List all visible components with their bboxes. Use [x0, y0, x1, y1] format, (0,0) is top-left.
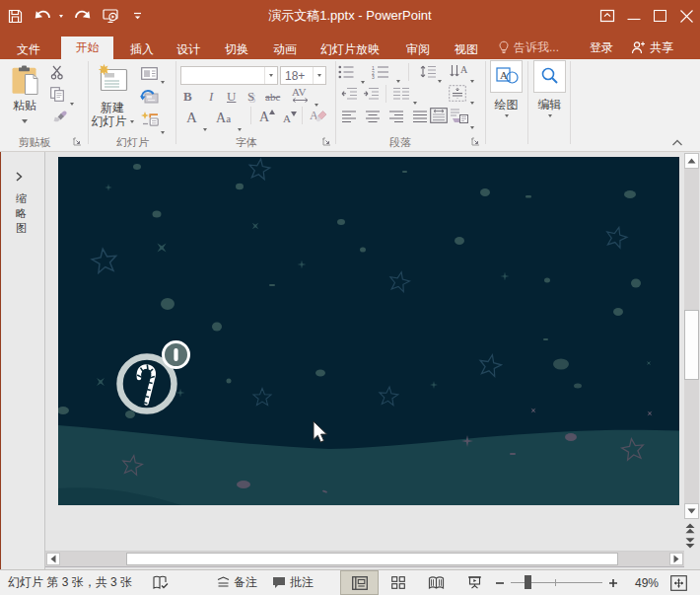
clear-formatting-icon[interactable]: A	[310, 108, 327, 128]
vertical-scrollbar[interactable]	[684, 153, 699, 519]
scroll-down-icon[interactable]	[684, 503, 699, 519]
bold-button[interactable]: B	[183, 89, 192, 105]
tab-animations[interactable]: 动画	[273, 32, 297, 61]
zoom-out-icon[interactable]	[495, 578, 505, 588]
bullets-dropdown-icon[interactable]	[361, 70, 365, 88]
redo-icon[interactable]	[67, 0, 97, 32]
close-icon[interactable]	[673, 0, 700, 32]
clipboard-dialog-launcher[interactable]	[73, 137, 83, 147]
zoom-percentage[interactable]: 49%	[631, 570, 663, 595]
save-icon[interactable]	[0, 0, 30, 32]
strikethrough-button[interactable]: abc	[265, 91, 280, 103]
grow-font-button[interactable]: A	[259, 109, 275, 125]
collapse-ribbon-icon[interactable]	[671, 133, 683, 151]
expand-pane-chevron-icon[interactable]	[15, 168, 23, 186]
scroll-right-icon[interactable]	[669, 553, 683, 565]
line-spacing-dropdown-icon[interactable]	[438, 69, 442, 87]
section-icon[interactable]	[141, 112, 159, 130]
animation-order-badge[interactable]	[164, 342, 189, 368]
tab-view[interactable]: 视图	[455, 32, 478, 61]
tab-transitions[interactable]: 切换	[225, 32, 248, 61]
edit-dropdown-icon[interactable]	[548, 114, 552, 117]
zoom-slider-thumb[interactable]	[525, 575, 531, 589]
scroll-up-icon[interactable]	[684, 153, 699, 169]
start-slideshow-icon[interactable]	[97, 0, 124, 32]
zoom-in-icon[interactable]	[608, 578, 618, 588]
change-case-button[interactable]: Aa	[216, 109, 231, 126]
tab-home[interactable]: 开始	[61, 37, 113, 59]
tell-me-box[interactable]: 告诉我...	[498, 35, 559, 60]
normal-view-button[interactable]	[340, 570, 379, 595]
horizontal-scrollbar[interactable]	[45, 551, 684, 567]
numbering-icon[interactable]: 123	[372, 65, 390, 83]
draw-dropdown-icon[interactable]	[505, 114, 509, 117]
italic-button[interactable]: I	[209, 89, 213, 105]
customize-qat-icon[interactable]	[129, 0, 145, 32]
text-direction-icon[interactable]: A	[450, 64, 468, 83]
font-size-combo[interactable]: 18+	[280, 66, 326, 85]
distribute-columns-icon[interactable]	[430, 108, 448, 127]
reading-view-button[interactable]	[417, 570, 455, 595]
increase-indent-icon[interactable]	[363, 87, 380, 105]
copy-dropdown-icon[interactable]	[70, 92, 74, 110]
tab-insert[interactable]: 插入	[130, 32, 154, 61]
tab-slideshow[interactable]: 幻灯片放映	[320, 32, 380, 61]
columns-icon[interactable]	[392, 87, 410, 105]
tab-file[interactable]: 文件	[17, 32, 40, 61]
font-name-combo[interactable]	[180, 66, 278, 85]
convert-smartart-icon[interactable]	[450, 108, 468, 127]
layout-dropdown-icon[interactable]	[161, 70, 165, 88]
font-dialog-launcher[interactable]	[322, 137, 332, 147]
font-name-dropdown-icon[interactable]	[264, 67, 277, 84]
align-left-icon[interactable]	[341, 110, 357, 127]
format-painter-icon[interactable]	[50, 111, 67, 128]
draw-button[interactable]: A 绘图	[490, 60, 523, 117]
reset-slide-icon[interactable]	[140, 89, 159, 108]
columns-dropdown-icon[interactable]	[413, 91, 417, 109]
bullets-icon[interactable]	[338, 65, 355, 83]
undo-icon[interactable]	[30, 0, 55, 32]
sign-in-button[interactable]: 登录	[590, 35, 613, 60]
convert-smartart-dropdown-icon[interactable]	[470, 115, 474, 133]
text-direction-dropdown-icon[interactable]	[470, 69, 474, 87]
cut-icon[interactable]	[50, 65, 67, 84]
scroll-left-icon[interactable]	[46, 553, 60, 565]
tab-review[interactable]: 审阅	[406, 32, 430, 61]
zoom-slider[interactable]	[511, 570, 602, 595]
decrease-indent-icon[interactable]	[341, 87, 358, 105]
paste-button[interactable]: 粘贴	[10, 61, 39, 123]
comments-button[interactable]: 批注	[272, 574, 314, 591]
next-slide-icon[interactable]	[683, 537, 696, 549]
change-case-dropdown-icon[interactable]	[238, 117, 242, 135]
spellcheck-icon[interactable]	[153, 575, 169, 590]
horizontal-scroll-thumb[interactable]	[126, 553, 618, 565]
slideshow-view-button[interactable]	[455, 570, 494, 595]
vertical-scroll-thumb[interactable]	[684, 310, 699, 380]
thumbnail-pane-collapsed[interactable]: 缩略图	[2, 152, 45, 569]
slide-canvas[interactable]	[58, 157, 679, 505]
justify-icon[interactable]	[412, 110, 428, 127]
fit-slide-to-window-icon[interactable]	[668, 573, 688, 592]
maximize-icon[interactable]	[647, 0, 673, 32]
shrink-font-button[interactable]: A	[283, 112, 297, 125]
edit-button[interactable]: 编辑	[533, 60, 566, 117]
line-spacing-icon[interactable]	[420, 64, 437, 83]
previous-slide-icon[interactable]	[683, 522, 696, 534]
paragraph-dialog-launcher[interactable]	[471, 137, 481, 147]
minimize-icon[interactable]	[620, 0, 647, 32]
slide-sorter-view-button[interactable]	[379, 570, 417, 595]
layout-icon[interactable]	[141, 66, 158, 84]
align-center-icon[interactable]	[365, 110, 381, 127]
underline-button[interactable]: U	[227, 89, 236, 105]
font-color-button[interactable]: A	[186, 110, 197, 126]
copy-icon[interactable]	[50, 87, 65, 106]
share-button[interactable]: 共享	[631, 35, 673, 60]
new-slide-button[interactable]: 新建 幻灯片	[93, 61, 132, 128]
paste-dropdown-icon[interactable]	[22, 119, 28, 123]
numbering-dropdown-icon[interactable]	[396, 69, 400, 87]
new-slide-dropdown-icon[interactable]	[130, 120, 134, 123]
undo-dropdown-icon[interactable]	[55, 0, 67, 32]
slide-counter[interactable]: 幻灯片 第 3 张，共 3 张	[8, 574, 132, 591]
notes-button[interactable]: 备注	[217, 574, 257, 591]
char-spacing-button[interactable]: AV	[292, 86, 309, 103]
